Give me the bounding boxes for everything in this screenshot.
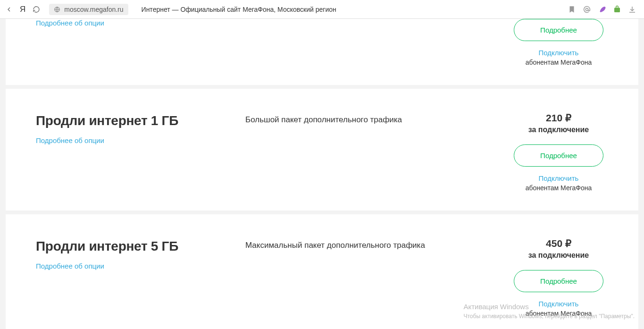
option-description: Максимальный пакет дополнительного трафи…: [245, 240, 498, 252]
watermark-line: Чтобы активировать Windows, перейдите в …: [463, 312, 635, 321]
reload-button[interactable]: [32, 5, 41, 14]
page-title-text: Интернет — Официальный сайт МегаФона, Мо…: [142, 6, 561, 13]
windows-activation-watermark: Активация Windows Чтобы активировать Win…: [463, 302, 635, 321]
watermark-title: Активация Windows: [463, 302, 635, 312]
option-more-link[interactable]: Подробнее об опции: [36, 136, 104, 144]
option-price: 450 ₽: [509, 238, 608, 249]
option-more-link[interactable]: Подробнее об опции: [36, 262, 104, 270]
back-button[interactable]: [5, 5, 13, 14]
browser-toolbar: Я moscow.megafon.ru Интернет — Официальн…: [0, 0, 644, 19]
yandex-home-button[interactable]: Я: [20, 5, 25, 14]
at-icon[interactable]: [583, 5, 591, 14]
option-title: Продли интернет 1 ГБ: [36, 112, 234, 129]
option-description: Большой пакет дополнительного трафика: [245, 114, 498, 126]
svg-point-1: [585, 8, 588, 10]
toolbar-right: [568, 5, 636, 14]
page-content: Подробнее об опции Подробнее Подключить …: [0, 19, 644, 329]
feather-icon[interactable]: [598, 5, 606, 14]
details-button[interactable]: Подробнее: [514, 270, 603, 292]
option-price-sub: за подключение: [509, 251, 608, 260]
details-button[interactable]: Подробнее: [514, 19, 603, 41]
option-more-link[interactable]: Подробнее об опции: [36, 19, 104, 27]
subscribers-note: абонентам МегаФона: [509, 184, 608, 192]
details-button[interactable]: Подробнее: [514, 144, 603, 167]
globe-icon: [54, 6, 60, 13]
download-icon[interactable]: [628, 5, 636, 14]
subscribers-note: абонентам МегаФона: [509, 59, 608, 66]
option-card-partial: Подробнее об опции Подробнее Подключить …: [6, 19, 638, 85]
connect-link[interactable]: Подключить: [509, 174, 608, 182]
option-card-1gb: Продли интернет 1 ГБ Подробнее об опции …: [6, 89, 638, 211]
bookmark-icon[interactable]: [568, 5, 576, 14]
address-bar[interactable]: moscow.megafon.ru: [49, 4, 128, 15]
url-text: moscow.megafon.ru: [64, 6, 123, 13]
option-title: Продли интернет 5 ГБ: [36, 238, 234, 254]
option-price: 210 ₽: [509, 112, 608, 124]
connect-link[interactable]: Подключить: [509, 49, 608, 57]
extension-icon[interactable]: [613, 5, 621, 14]
option-price-sub: за подключение: [509, 126, 608, 134]
svg-rect-2: [614, 8, 620, 12]
